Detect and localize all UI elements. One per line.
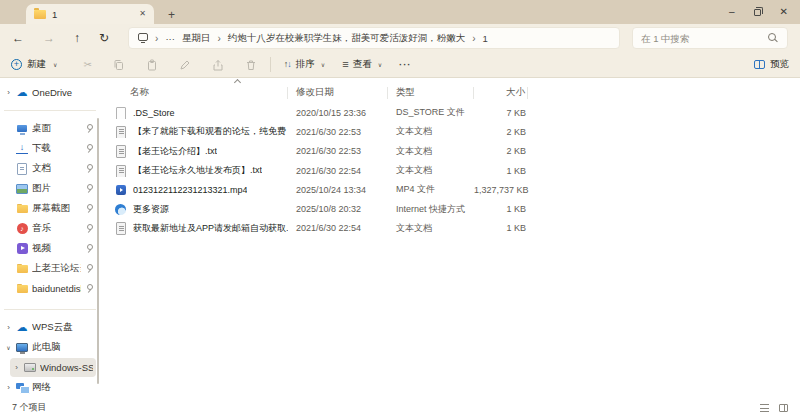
- breadcrumb-overflow[interactable]: ···: [165, 33, 175, 44]
- file-row[interactable]: 更多资源 2025/10/8 20:32 Internet 快捷方式 1 KB: [114, 199, 800, 218]
- breadcrumb-segment[interactable]: 约炮十八岁在校兼职学生妹，甜美可爱活泼好洞，粉嫩大: [228, 32, 466, 45]
- sidebar-item-onedrive[interactable]: › ☁ OneDrive: [2, 83, 96, 102]
- command-toolbar: + 新建 ∨ ✂ ↑↓ 排序 ∨ ≡ 查看 ∨ ··· 预览: [0, 52, 800, 78]
- computer-icon: [16, 342, 28, 354]
- sidebar-item-this-pc[interactable]: ∨ 此电脑: [2, 338, 96, 357]
- file-type: 文本文档: [388, 125, 474, 138]
- tab-close-icon[interactable]: ✕: [139, 10, 146, 18]
- column-header-type[interactable]: 类型: [388, 87, 474, 99]
- sidebar-item-laowang-folder[interactable]: 上老王论坛当: [2, 259, 96, 278]
- details-view-toggle-icon[interactable]: [760, 404, 769, 412]
- chevron-right-icon: ›: [472, 33, 475, 44]
- sidebar-item-label: 桌面: [32, 122, 81, 135]
- search-input[interactable]: [641, 33, 768, 44]
- pin-icon: [85, 124, 93, 134]
- rename-button[interactable]: [179, 59, 191, 71]
- file-date: 2021/6/30 22:53: [288, 146, 388, 156]
- pin-icon: [85, 164, 93, 174]
- file-date: 2021/6/30 22:54: [288, 223, 388, 233]
- sidebar-item-desktop[interactable]: 桌面: [2, 119, 96, 138]
- chevron-down-icon[interactable]: ∨: [5, 345, 12, 351]
- sidebar-item-wps-cloud[interactable]: › ☁ WPS云盘: [2, 318, 96, 337]
- close-button[interactable]: ✕: [780, 7, 788, 17]
- chevron-right-icon[interactable]: ›: [5, 324, 12, 332]
- preview-button[interactable]: 预览: [754, 58, 789, 71]
- file-row[interactable]: 【来了就能下载和观看的论坛，纯免费！】.txt 2021/6/30 22:53 …: [114, 122, 800, 141]
- column-header-size[interactable]: 大小: [474, 87, 528, 99]
- status-bar-toggles: [760, 404, 788, 412]
- see-more-button[interactable]: ···: [399, 59, 412, 70]
- back-button[interactable]: ←: [12, 32, 24, 44]
- sidebar-item-videos[interactable]: 视频: [2, 239, 96, 258]
- chevron-right-icon[interactable]: ›: [5, 384, 12, 392]
- new-tab-button[interactable]: +: [168, 9, 175, 21]
- column-header-date-modified[interactable]: 修改日期: [288, 87, 388, 99]
- refresh-button[interactable]: ↻: [99, 32, 109, 44]
- desktop-icon: [16, 123, 28, 135]
- file-row[interactable]: 【老王论坛永久地址发布页】.txt 2021/6/30 22:54 文本文档 1…: [114, 161, 800, 180]
- search-box[interactable]: [632, 27, 788, 49]
- sidebar-item-network[interactable]: › 网络: [2, 378, 96, 397]
- copy-button[interactable]: [113, 59, 125, 71]
- new-button[interactable]: + 新建 ∨: [11, 58, 57, 71]
- file-row[interactable]: .DS_Store 2020/10/15 23:36 DS_STORE 文件 7…: [114, 103, 800, 122]
- address-bar[interactable]: › ··· 星期日 › 约炮十八岁在校兼职学生妹，甜美可爱活泼好洞，粉嫩大 › …: [128, 27, 620, 49]
- file-size: 2 KB: [474, 127, 528, 137]
- sidebar-item-baidunetdisk[interactable]: baidunetdisk: [2, 279, 96, 298]
- sidebar-scrollbar[interactable]: [97, 118, 99, 384]
- sidebar-divider: [4, 309, 96, 310]
- file-size: 7 KB: [474, 108, 528, 118]
- wps-cloud-icon: ☁: [16, 322, 28, 334]
- sidebar-item-label: 音乐: [32, 222, 81, 235]
- column-header-name[interactable]: 名称: [114, 87, 288, 99]
- file-explorer-window: 1 ✕ + – ✕ ← → ↑ ↻ › ··· 星期日 › 约炮十八岁在校兼职学…: [0, 0, 800, 414]
- tab-title: 1: [52, 9, 57, 20]
- delete-button[interactable]: [245, 59, 257, 71]
- sidebar-item-downloads[interactable]: ↓ 下载: [2, 139, 96, 158]
- breadcrumb-segment[interactable]: 星期日: [182, 32, 211, 45]
- copy-icon: [113, 59, 125, 71]
- chevron-right-icon[interactable]: ›: [13, 364, 20, 372]
- sidebar-item-windows-ssd[interactable]: › Windows-SSD: [10, 358, 96, 377]
- new-plus-icon: +: [11, 59, 22, 70]
- sort-icon: ↑↓: [284, 60, 292, 69]
- file-size: 1 KB: [474, 166, 528, 176]
- sidebar-item-music[interactable]: ♪ 音乐: [2, 219, 96, 238]
- sidebar-item-label: Windows-SSD: [40, 362, 93, 373]
- up-button[interactable]: ↑: [74, 32, 80, 44]
- folder-icon: [16, 203, 28, 215]
- sidebar-item-pictures[interactable]: 图片: [2, 179, 96, 198]
- file-date: 2025/10/24 13:34: [288, 185, 388, 195]
- sidebar-item-label: 视频: [32, 242, 81, 255]
- share-button[interactable]: [212, 59, 224, 71]
- file-list: 名称 修改日期 类型 大小 .DS_Store 2020/10/15 23:36…: [104, 78, 800, 401]
- sidebar-item-documents[interactable]: 文档: [2, 159, 96, 178]
- chevron-right-icon[interactable]: ›: [5, 89, 12, 97]
- navigation-pane: › ☁ OneDrive 桌面 ↓ 下载 文档 图片: [0, 78, 104, 401]
- text-file-icon: [114, 145, 127, 158]
- minimize-button[interactable]: –: [729, 7, 735, 17]
- breadcrumb-segment[interactable]: 1: [483, 33, 488, 44]
- sidebar-divider: [4, 110, 96, 111]
- view-button[interactable]: ≡ 查看 ∨: [342, 58, 382, 71]
- maximize-restore-button[interactable]: [754, 9, 761, 16]
- sidebar-item-label: 屏幕截图: [32, 202, 81, 215]
- pin-icon: [85, 184, 93, 194]
- text-file-icon: [114, 222, 127, 235]
- file-row[interactable]: 0123122112231213321.mp4 2025/10/24 13:34…: [114, 180, 800, 199]
- file-row[interactable]: 获取最新地址及APP请发邮箱自动获取.txt 2021/6/30 22:54 文…: [114, 219, 800, 238]
- folder-icon: [34, 10, 46, 19]
- paste-button[interactable]: [146, 59, 158, 71]
- new-label: 新建: [27, 58, 46, 71]
- trash-icon: [245, 59, 257, 71]
- sidebar-item-screenshots[interactable]: 屏幕截图: [2, 199, 96, 218]
- file-type: DS_STORE 文件: [388, 106, 474, 119]
- sort-button[interactable]: ↑↓ 排序 ∨: [284, 58, 325, 71]
- explorer-tab[interactable]: 1 ✕: [26, 4, 154, 24]
- cut-button[interactable]: ✂: [83, 60, 91, 70]
- file-row[interactable]: 【老王论坛介绍】.txt 2021/6/30 22:53 文本文档 2 KB: [114, 142, 800, 161]
- paste-icon: [146, 59, 158, 71]
- large-icons-view-toggle-icon[interactable]: [779, 404, 788, 412]
- pictures-icon: [16, 183, 28, 195]
- forward-button[interactable]: →: [43, 32, 55, 44]
